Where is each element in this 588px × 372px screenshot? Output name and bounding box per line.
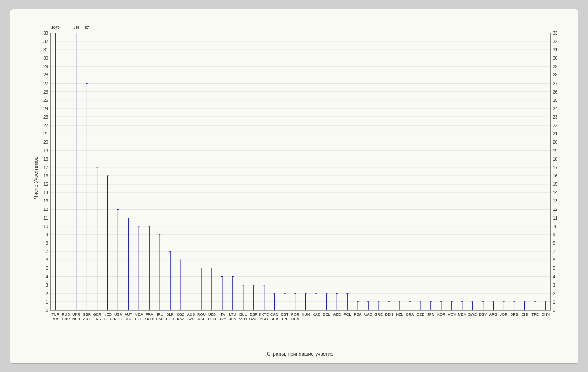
svg-text:1: 1: [552, 299, 555, 304]
svg-text:25: 25: [43, 98, 48, 102]
svg-text:15: 15: [43, 182, 48, 187]
svg-text:UAE: UAE: [364, 312, 372, 316]
svg-text:9: 9: [552, 232, 555, 237]
svg-text:EGY: EGY: [479, 312, 487, 316]
svg-text:CAN: CAN: [270, 312, 278, 316]
svg-text:SRB: SRB: [510, 312, 518, 316]
svg-text:16: 16: [43, 173, 48, 178]
svg-text:KAZ: KAZ: [312, 312, 320, 316]
svg-text:21: 21: [43, 132, 48, 136]
svg-text:27: 27: [43, 81, 48, 86]
svg-text:3: 3: [46, 283, 48, 287]
svg-text:MEX: MEX: [458, 312, 466, 316]
svg-text:POR: POR: [166, 317, 174, 321]
svg-text:SRB: SRB: [270, 317, 278, 321]
svg-text:20: 20: [43, 140, 48, 144]
svg-text:32: 32: [552, 39, 557, 43]
svg-text:TUR: TUR: [51, 312, 59, 316]
svg-text:19: 19: [552, 148, 557, 153]
svg-text:BRA: BRA: [218, 317, 227, 321]
svg-text:145: 145: [73, 25, 79, 29]
svg-text:AUT: AUT: [125, 312, 132, 316]
svg-text:25: 25: [552, 98, 557, 102]
svg-text:8: 8: [552, 241, 555, 245]
svg-text:ITA: ITA: [125, 317, 131, 321]
svg-text:16: 16: [552, 173, 557, 178]
svg-text:12: 12: [552, 207, 557, 212]
svg-text:RUS: RUS: [62, 312, 70, 316]
svg-text:15: 15: [552, 182, 557, 187]
svg-text:31: 31: [552, 48, 557, 52]
svg-text:ITA: ITA: [219, 312, 225, 316]
svg-text:5: 5: [46, 266, 48, 271]
svg-text:HUN: HUN: [301, 312, 310, 316]
svg-text:13: 13: [43, 199, 48, 203]
svg-text:24: 24: [43, 106, 48, 111]
svg-text:6: 6: [552, 258, 555, 262]
svg-text:AZE: AZE: [333, 312, 341, 316]
svg-text:RSA: RSA: [354, 312, 362, 316]
svg-text:NZL: NZL: [396, 312, 403, 316]
svg-text:10: 10: [43, 224, 48, 228]
chart-container: Число Участников 00112233445566778899101…: [10, 9, 578, 364]
svg-text:11: 11: [552, 215, 557, 220]
svg-rect-102: [50, 33, 551, 310]
svg-text:VEN: VEN: [448, 312, 456, 316]
svg-text:CHN: CHN: [291, 317, 299, 321]
svg-text:BRA: BRA: [406, 312, 414, 316]
svg-text:33: 33: [552, 30, 557, 35]
svg-text:GER: GER: [93, 312, 101, 316]
svg-text:32: 32: [43, 39, 48, 43]
chart-area: Число Участников 00112233445566778899101…: [36, 18, 565, 338]
y-axis-label: Число Участников: [33, 157, 38, 199]
svg-text:GBR: GBR: [82, 312, 91, 316]
svg-text:23: 23: [43, 115, 48, 119]
svg-text:17: 17: [552, 165, 557, 170]
svg-text:BEL: BEL: [323, 312, 330, 316]
svg-text:26: 26: [552, 89, 557, 94]
svg-text:UKR: UKR: [72, 312, 81, 316]
svg-text:ROU: ROU: [114, 317, 122, 321]
svg-text:18: 18: [43, 157, 48, 161]
svg-text:2: 2: [46, 291, 48, 296]
svg-text:4: 4: [552, 274, 555, 279]
svg-text:9: 9: [46, 232, 48, 237]
svg-text:EST: EST: [281, 312, 288, 316]
svg-text:24: 24: [552, 106, 557, 111]
svg-text:FRA: FRA: [93, 317, 101, 321]
svg-text:0: 0: [552, 308, 555, 313]
svg-text:87: 87: [84, 25, 89, 29]
svg-text:20: 20: [552, 140, 557, 144]
svg-text:1: 1: [46, 299, 48, 304]
svg-text:CAN: CAN: [155, 317, 163, 321]
svg-text:29: 29: [552, 64, 557, 69]
svg-text:2: 2: [552, 291, 555, 296]
svg-text:POR: POR: [291, 312, 299, 316]
svg-text:SWE: SWE: [468, 312, 477, 316]
svg-text:DEN: DEN: [385, 312, 393, 316]
svg-text:VEN: VEN: [239, 317, 247, 321]
svg-text:26: 26: [43, 89, 48, 94]
svg-text:29: 29: [43, 64, 48, 69]
svg-text:JPN: JPN: [427, 312, 434, 316]
svg-text:19: 19: [43, 148, 48, 153]
svg-text:GRE: GRE: [374, 312, 383, 316]
svg-text:TPE: TPE: [281, 317, 288, 321]
chart-svg: 0011223344556677889910101111121213131414…: [36, 18, 565, 338]
svg-text:NED: NED: [72, 317, 81, 321]
svg-text:LTU: LTU: [229, 312, 236, 316]
svg-text:KKTC: KKTC: [259, 312, 269, 316]
svg-text:RUS: RUS: [51, 317, 59, 321]
svg-text:31: 31: [43, 48, 48, 52]
svg-text:21: 21: [552, 132, 557, 136]
svg-text:IRL: IRL: [157, 312, 163, 316]
svg-text:27: 27: [552, 81, 557, 86]
svg-text:AUT: AUT: [83, 317, 91, 321]
svg-text:28: 28: [552, 73, 557, 77]
svg-text:8: 8: [46, 241, 48, 245]
svg-text:KKTC: KKTC: [144, 317, 155, 321]
svg-text:6: 6: [46, 258, 48, 262]
svg-text:7: 7: [46, 249, 48, 254]
svg-text:GBR: GBR: [61, 317, 70, 321]
svg-text:33: 33: [43, 30, 48, 35]
